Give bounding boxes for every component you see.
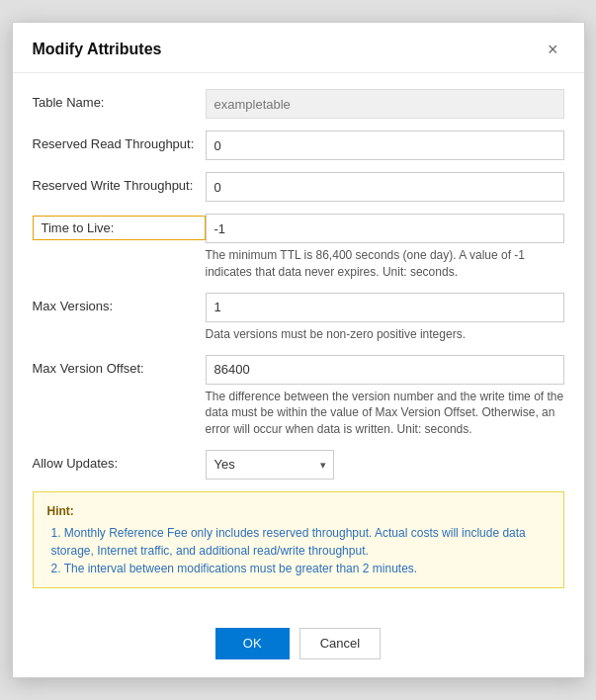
- close-button[interactable]: ×: [542, 39, 564, 60]
- dialog-title: Modify Attributes: [33, 41, 162, 58]
- max-versions-input[interactable]: [206, 293, 564, 322]
- allow-updates-select-wrap: Yes No ▾: [206, 450, 334, 480]
- table-name-row: Table Name:: [33, 89, 564, 119]
- reserved-read-row: Reserved Read Throughput:: [33, 131, 564, 160]
- ttl-label: Time to Live:: [33, 216, 206, 240]
- max-version-offset-hint: The difference between the version numbe…: [206, 389, 564, 438]
- table-name-wrap: [206, 89, 564, 119]
- max-versions-wrap: Data versions must be non-zero positive …: [206, 293, 564, 343]
- reserved-read-wrap: [206, 131, 564, 160]
- max-versions-label: Max Versions:: [33, 293, 206, 313]
- modify-attributes-dialog: Modify Attributes × Table Name: Reserved…: [12, 22, 585, 678]
- table-name-label: Table Name:: [33, 89, 206, 110]
- max-version-offset-input[interactable]: [206, 355, 564, 385]
- reserved-write-input[interactable]: [206, 172, 564, 202]
- cancel-button[interactable]: Cancel: [299, 628, 381, 659]
- hint-title: Hint:: [47, 502, 550, 520]
- ttl-hint: The minimum TTL is 86,400 seconds (one d…: [206, 247, 564, 281]
- dialog-body: Table Name: Reserved Read Throughput: Re…: [13, 73, 584, 618]
- dialog-header: Modify Attributes ×: [13, 23, 584, 73]
- allow-updates-wrap: Yes No ▾: [206, 450, 564, 480]
- max-version-offset-label: Max Version Offset:: [33, 355, 206, 376]
- reserved-read-input[interactable]: [206, 131, 564, 160]
- hint-item-2: 2. The interval between modifications mu…: [51, 560, 550, 577]
- max-versions-row: Max Versions: Data versions must be non-…: [33, 293, 564, 343]
- ok-button[interactable]: OK: [215, 628, 290, 659]
- ttl-row: Time to Live: The minimum TTL is 86,400 …: [33, 214, 564, 281]
- max-version-offset-wrap: The difference between the version numbe…: [206, 355, 564, 438]
- reserved-write-wrap: [206, 172, 564, 202]
- table-name-input[interactable]: [206, 89, 564, 119]
- ttl-input[interactable]: [206, 214, 564, 243]
- reserved-write-row: Reserved Write Throughput:: [33, 172, 564, 202]
- hint-box: Hint: 1. Monthly Reference Fee only incl…: [33, 491, 564, 588]
- allow-updates-label: Allow Updates:: [33, 450, 206, 471]
- ttl-wrap: The minimum TTL is 86,400 seconds (one d…: [206, 214, 564, 281]
- reserved-write-label: Reserved Write Throughput:: [33, 172, 206, 193]
- allow-updates-row: Allow Updates: Yes No ▾: [33, 450, 564, 480]
- dialog-footer: OK Cancel: [13, 618, 584, 677]
- max-versions-hint: Data versions must be non-zero positive …: [206, 326, 564, 343]
- hint-item-1: 1. Monthly Reference Fee only includes r…: [51, 524, 550, 560]
- allow-updates-select[interactable]: Yes No: [206, 450, 334, 480]
- reserved-read-label: Reserved Read Throughput:: [33, 131, 206, 151]
- max-version-offset-row: Max Version Offset: The difference betwe…: [33, 355, 564, 438]
